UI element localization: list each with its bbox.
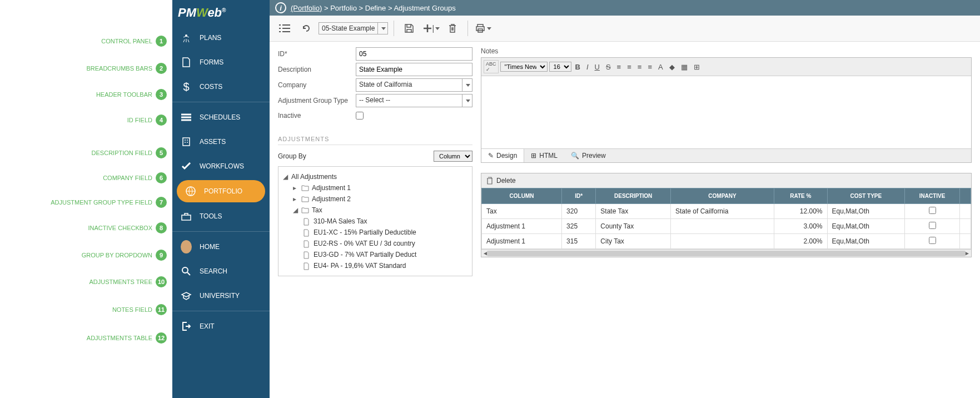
save-button[interactable] (400, 19, 419, 38)
sidebar-item-tools[interactable]: TOOLS (172, 204, 270, 228)
tree-folder[interactable]: ◢ Tax (283, 205, 467, 216)
notes-editor[interactable] (481, 76, 971, 148)
description-label: Description (278, 63, 356, 76)
tree-leaf[interactable]: EU3-GD - 7% VAT Partially Deduct (283, 249, 467, 260)
sidebar-item-assets[interactable]: ASSETS (172, 130, 270, 154)
tree-leaf[interactable]: 310-MA Sales Tax (283, 216, 467, 227)
row-inactive-checkbox[interactable] (929, 222, 936, 229)
table-scrollbar[interactable]: ◄ ► (481, 249, 971, 257)
fill-color-icon[interactable]: ◆ (667, 62, 677, 72)
search-icon (181, 266, 192, 277)
company-field[interactable]: State of Cailfornia (356, 78, 472, 92)
breadcrumb-define[interactable]: Define (365, 4, 386, 12)
home-icon (181, 241, 192, 252)
inactive-checkbox[interactable] (356, 112, 364, 120)
sidebar-item-workflows[interactable]: WORKFLOWS (172, 154, 270, 178)
annotation-7: ADJUSTMENT GROUP TYPE FIELD7 (51, 197, 167, 208)
tree-folder[interactable]: ▸ Adjustment 1 (283, 182, 467, 193)
tree-leaf[interactable]: EU1-XC - 15% Partially Deductible (283, 227, 467, 238)
breadcrumb-portfolio[interactable]: Portfolio (330, 4, 357, 12)
table-header[interactable]: DESCRIPTION (596, 188, 671, 204)
notes-tab-html[interactable]: ⊞ HTML (524, 149, 564, 162)
table-header[interactable]: COMPANY (671, 188, 774, 204)
file-icon (303, 251, 311, 258)
university-icon (181, 290, 192, 301)
assets-icon (181, 136, 192, 147)
sidebar-item-costs[interactable]: $COSTS (172, 74, 270, 99)
tree-leaf[interactable]: EU4- PA - 19,6% VAT Standard (283, 260, 467, 271)
row-inactive-checkbox[interactable] (929, 207, 936, 214)
font-color-icon[interactable]: A (656, 62, 665, 72)
file-icon (303, 262, 311, 269)
annotation-5: DESCRIPTION FIELD5 (92, 147, 167, 158)
tree-root[interactable]: ◢ All Adjustments (283, 171, 467, 182)
table-header[interactable]: ID* (562, 188, 596, 204)
tree-folder[interactable]: ▸ Adjustment 2 (283, 193, 467, 205)
file-icon (303, 218, 311, 225)
description-field[interactable] (356, 63, 472, 76)
undo-button[interactable] (297, 19, 316, 38)
annotation-3: HEADER TOOLBAR3 (96, 89, 167, 100)
main-content: i (Portfolio) > Portfolio > Define > Adj… (270, 0, 980, 398)
id-field[interactable] (356, 47, 472, 61)
inactive-label: Inactive (278, 110, 356, 122)
table-header[interactable]: INACTIVE (905, 188, 960, 204)
table-row[interactable]: Tax320State TaxState of Cailfornia12.00%… (482, 204, 971, 219)
table-icon[interactable]: ⊞ (692, 62, 702, 72)
table-delete-label[interactable]: Delete (496, 177, 516, 185)
tree-leaf[interactable]: EU2-RS - 0% VAT EU / 3d country (283, 238, 467, 249)
sidebar-item-schedules[interactable]: SCHEDULES (172, 105, 270, 130)
annotation-2: BREADCRUMBS BARS2 (86, 63, 167, 74)
table-row[interactable]: Adjustment 1315City Tax2.00%Equ,Mat,Oth (482, 234, 971, 249)
spellcheck-icon[interactable]: ABC✓ (484, 60, 499, 73)
file-icon (303, 229, 311, 236)
underline-icon[interactable]: U (593, 62, 602, 72)
table-header[interactable]: COST TYPE (827, 188, 905, 204)
table-delete-icon[interactable] (486, 176, 494, 185)
sidebar-item-search[interactable]: SEARCH (172, 259, 270, 283)
sidebar-item-home[interactable]: HOME (172, 235, 270, 259)
image-icon[interactable]: ▦ (679, 62, 690, 72)
list-toggle-button[interactable] (275, 19, 294, 38)
logo-eb: eb (207, 6, 222, 19)
sidebar-item-plans[interactable]: PLANS (172, 26, 270, 50)
align-center-icon[interactable]: ≡ (625, 62, 634, 72)
workflows-icon (181, 161, 192, 172)
align-right-icon[interactable]: ≡ (635, 62, 644, 72)
sidebar-item-exit[interactable]: EXIT (172, 314, 270, 339)
italic-icon[interactable]: I (584, 62, 591, 72)
sidebar-item-label: ASSETS (200, 138, 226, 146)
align-left-icon[interactable]: ≡ (615, 62, 624, 72)
folder-icon (301, 196, 309, 202)
sidebar-item-portfolio[interactable]: PORTFOLIO (177, 180, 265, 202)
record-selector[interactable]: 05-State Example (319, 22, 388, 34)
print-button[interactable] (474, 19, 493, 38)
annotation-1: CONTROL PANEL1 (101, 36, 167, 47)
costs-icon: $ (181, 81, 192, 92)
table-header[interactable]: RATE % (774, 188, 828, 204)
sidebar-item-university[interactable]: UNIVERSITY (172, 283, 270, 308)
info-icon[interactable]: i (275, 2, 286, 13)
table-row[interactable]: Adjustment 1325County Tax3.00%Equ,Mat,Ot… (482, 219, 971, 234)
delete-button[interactable] (443, 19, 462, 38)
group-by-dropdown[interactable]: Column (434, 151, 472, 162)
breadcrumb-adjustment-groups: Adjustment Groups (394, 4, 455, 12)
size-select[interactable]: 16px (549, 62, 571, 72)
align-justify-icon[interactable]: ≡ (645, 62, 654, 72)
table-header[interactable]: COLUMN (482, 188, 562, 204)
adjustment-group-type-field[interactable]: -- Select -- (356, 94, 472, 107)
notes-tab-design[interactable]: ✎ Design (481, 149, 524, 162)
bold-icon[interactable]: B (573, 62, 583, 72)
breadcrumbs-bar: i (Portfolio) > Portfolio > Define > Adj… (270, 0, 980, 16)
adjustments-tree[interactable]: ◢ All Adjustments▸ Adjustment 1▸ Adjustm… (278, 166, 472, 276)
group-by-label: Group By (278, 152, 306, 160)
strike-icon[interactable]: S (604, 62, 613, 72)
row-inactive-checkbox[interactable] (929, 237, 936, 244)
font-select[interactable]: "Times New ... (500, 62, 548, 72)
notes-tab-preview[interactable]: 🔍 Preview (564, 149, 613, 162)
sidebar-item-forms[interactable]: FORMS (172, 50, 270, 74)
annotation-column: CONTROL PANEL1BREADCRUMBS BARS2HEADER TO… (0, 0, 172, 398)
breadcrumb-root[interactable]: (Portfolio) (291, 4, 322, 12)
control-panel: PMWeb® PLANSFORMS$COSTSSCHEDULESASSETSWO… (172, 0, 270, 398)
add-button[interactable]: | (421, 19, 440, 38)
